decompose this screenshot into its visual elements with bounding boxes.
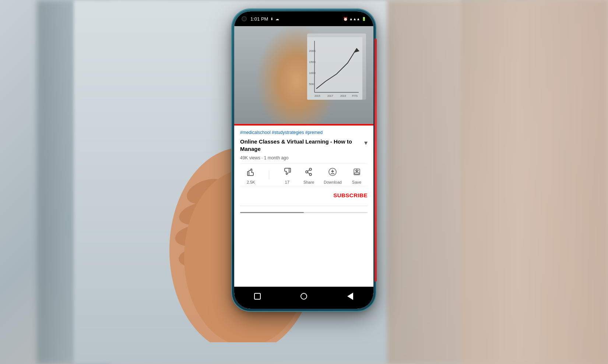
svg-text:150K: 150K bbox=[309, 60, 316, 64]
svg-text:2019: 2019 bbox=[340, 95, 346, 97]
like-count: 2.5K bbox=[247, 180, 255, 184]
svg-text:FITS: FITS bbox=[352, 95, 358, 97]
scroll-bar bbox=[240, 212, 304, 213]
battery-icon: 🔋 bbox=[362, 17, 366, 21]
like-icon-container bbox=[244, 165, 257, 179]
save-button[interactable]: Save bbox=[350, 165, 363, 184]
phone: 1:01 PM ⬇ ☁ ⏰ ▲▲▲ 🔋 bbox=[232, 9, 376, 311]
video-progress-bar bbox=[234, 124, 373, 126]
share-label: Share bbox=[303, 180, 314, 184]
status-bar-left: 1:01 PM ⬇ ☁ bbox=[242, 16, 279, 22]
back-nav-icon bbox=[347, 293, 353, 300]
content-area: #medicalschool #studystrategies #premed … bbox=[234, 126, 373, 287]
alarm-icon: ⏰ bbox=[343, 17, 348, 21]
signal-icon: ▲▲▲ bbox=[349, 17, 360, 21]
home-nav-button[interactable] bbox=[250, 289, 265, 304]
subscribe-button[interactable]: SUBSCRIBE bbox=[333, 192, 368, 198]
square-nav-icon bbox=[254, 293, 261, 300]
phone-body: 1:01 PM ⬇ ☁ ⏰ ▲▲▲ 🔋 bbox=[232, 9, 376, 311]
phone-screen-container: 1:01 PM ⬇ ☁ ⏰ ▲▲▲ 🔋 bbox=[234, 11, 373, 309]
title-row: Online Classes & Virtual Learning - How … bbox=[240, 138, 368, 152]
thumbs-up-icon bbox=[246, 167, 255, 176]
save-icon-container bbox=[350, 165, 363, 179]
scroll-indicator bbox=[240, 212, 368, 213]
status-time: 1:01 PM bbox=[250, 16, 268, 22]
video-meta: 49K views · 1 month ago bbox=[240, 155, 368, 160]
download-status-icon: ⬇ bbox=[270, 17, 273, 21]
back-nav-button[interactable] bbox=[343, 289, 358, 304]
share-icon-container bbox=[302, 165, 315, 179]
chevron-down-icon[interactable]: ▾ bbox=[364, 139, 368, 147]
download-icon bbox=[328, 167, 337, 176]
circle-nav-icon bbox=[301, 293, 307, 300]
download-label: Download bbox=[324, 180, 342, 184]
bottom-separator bbox=[240, 206, 368, 206]
video-title: Online Classes & Virtual Learning - How … bbox=[240, 138, 363, 152]
thumbs-down-icon bbox=[283, 167, 292, 176]
cloud-status-icon: ☁ bbox=[275, 17, 279, 21]
status-icons-right: ⏰ ▲▲▲ 🔋 bbox=[343, 17, 366, 21]
video-thumbnail[interactable]: 200K 150K 100K 50K 2015 2017 2019 FITS bbox=[234, 26, 373, 126]
download-button[interactable]: Download bbox=[324, 165, 342, 184]
status-bar: 1:01 PM ⬇ ☁ ⏰ ▲▲▲ 🔋 bbox=[234, 11, 373, 26]
subscribe-row: SUBSCRIBE bbox=[240, 189, 368, 201]
bg-right bbox=[387, 0, 608, 364]
dislike-button[interactable]: 17 bbox=[281, 165, 294, 184]
svg-text:2015: 2015 bbox=[314, 95, 320, 97]
svg-rect-7 bbox=[307, 37, 362, 100]
dislike-icon-container bbox=[281, 165, 294, 179]
svg-text:2017: 2017 bbox=[327, 95, 333, 97]
download-icon-container bbox=[326, 165, 339, 179]
save-icon bbox=[352, 167, 361, 176]
phone-screen: 1:01 PM ⬇ ☁ ⏰ ▲▲▲ 🔋 bbox=[234, 11, 373, 309]
actions-row: 2.5K 17 bbox=[240, 163, 368, 186]
camera-dot bbox=[242, 16, 247, 21]
dislike-count: 17 bbox=[285, 180, 289, 184]
save-label: Save bbox=[352, 180, 361, 184]
hashtags[interactable]: #medicalschool #studystrategies #premed bbox=[240, 130, 368, 135]
like-dislike-divider bbox=[269, 170, 269, 179]
circle-nav-button[interactable] bbox=[296, 289, 311, 304]
svg-text:50K: 50K bbox=[309, 82, 314, 86]
share-button[interactable]: Share bbox=[302, 165, 315, 184]
svg-rect-21 bbox=[355, 173, 359, 174]
svg-text:200K: 200K bbox=[309, 49, 316, 53]
chart-overlay: 200K 150K 100K 50K 2015 2017 2019 FITS bbox=[307, 37, 362, 100]
nav-bar bbox=[234, 287, 373, 309]
like-button[interactable]: 2.5K bbox=[244, 165, 257, 184]
share-icon bbox=[304, 167, 313, 176]
svg-text:100K: 100K bbox=[309, 71, 316, 75]
